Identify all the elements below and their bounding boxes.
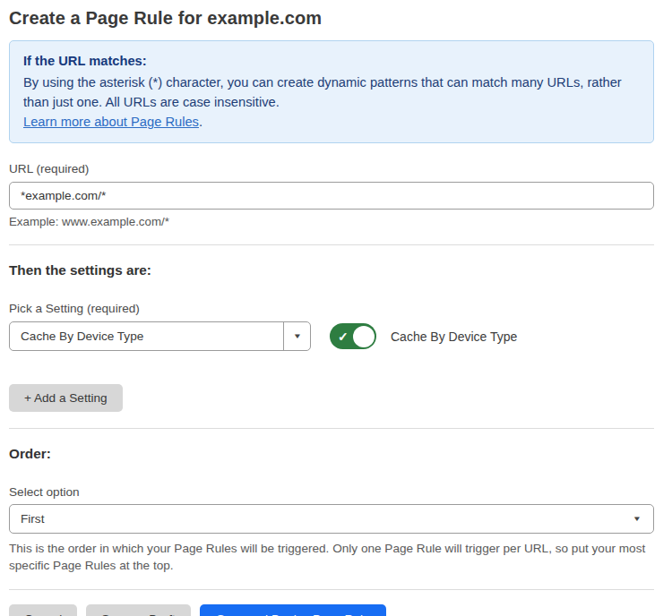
divider [9, 244, 654, 245]
info-box-link-line: Learn more about Page Rules. [23, 112, 640, 132]
chevron-down-icon: ▼ [292, 332, 301, 340]
toggle-knob [353, 326, 375, 347]
url-example-text: Example: www.example.com/* [9, 215, 654, 228]
toggle-label: Cache By Device Type [391, 329, 517, 344]
add-setting-button[interactable]: + Add a Setting [9, 384, 123, 412]
setting-dropdown[interactable]: Cache By Device Type ▼ [9, 321, 311, 351]
info-box-body: By using the asterisk (*) character, you… [23, 73, 640, 112]
page-title: Create a Page Rule for example.com [9, 7, 654, 29]
divider [9, 589, 654, 590]
divider [9, 428, 654, 429]
order-select-value: First [21, 512, 44, 526]
setting-row: Cache By Device Type ▼ ✓ Cache By Device… [9, 321, 654, 351]
link-period: . [199, 115, 202, 129]
info-box-heading: If the URL matches: [23, 51, 640, 71]
pick-setting-label: Pick a Setting (required) [9, 302, 654, 315]
check-icon: ✓ [338, 329, 349, 343]
footer-button-row: Cancel Save as Draft Save and Deploy Pag… [9, 604, 654, 616]
cancel-button[interactable]: Cancel [9, 604, 77, 616]
order-select[interactable]: First ▼ [9, 504, 654, 534]
setting-dropdown-arrow-button[interactable]: ▼ [283, 322, 310, 350]
cache-by-device-type-toggle[interactable]: ✓ [330, 323, 376, 349]
url-field-label: URL (required) [9, 162, 654, 175]
settings-section-heading: Then the settings are: [9, 262, 654, 278]
save-as-draft-button[interactable]: Save as Draft [86, 604, 190, 616]
url-matches-info-box: If the URL matches: By using the asteris… [9, 40, 654, 143]
order-help-text: This is the order in which your Page Rul… [9, 540, 654, 574]
learn-more-link[interactable]: Learn more about Page Rules [23, 115, 199, 129]
save-and-deploy-button[interactable]: Save and Deploy Page Rule [200, 604, 387, 616]
create-page-rule-panel: Create a Page Rule for example.com If th… [0, 0, 672, 616]
setting-dropdown-value: Cache By Device Type [10, 322, 283, 350]
chevron-down-icon: ▼ [633, 515, 642, 523]
url-input[interactable] [9, 182, 654, 210]
order-section-heading: Order: [9, 446, 654, 462]
select-option-label: Select option [9, 485, 654, 499]
